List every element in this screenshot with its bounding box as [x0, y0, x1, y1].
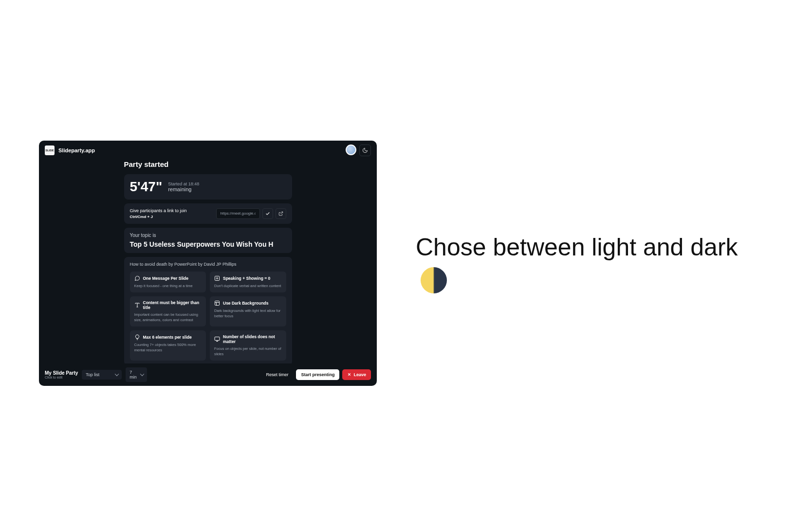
timer-started-at: Started at 18:48 — [168, 181, 199, 186]
type-icon — [134, 302, 140, 308]
tip-card: Max 6 elements per slideCounting 7+ obje… — [130, 330, 206, 361]
leave-label: Leave — [353, 372, 366, 377]
timer-remaining-label: remaining — [168, 186, 199, 192]
svg-rect-1 — [215, 276, 220, 280]
party-name-button[interactable]: My Slide Party Click to edit — [45, 370, 78, 379]
tip-title: One Message Per Slide — [143, 276, 189, 281]
tip-card: Speaking + Showing = 0Don't duplicate ve… — [210, 272, 286, 293]
tip-title: Max 6 elements per slide — [143, 335, 192, 340]
tip-card: One Message Per SlideKeep it focused - o… — [130, 272, 206, 293]
svg-rect-6 — [215, 301, 220, 306]
tip-description: Important content can be focused using s… — [134, 312, 202, 323]
tip-description: Keep it focused - one thing at a time — [134, 284, 202, 289]
keyboard-shortcut: Ctrl/Cmd + J — [130, 215, 187, 219]
invite-card: Give participants a link to join Ctrl/Cm… — [124, 203, 292, 224]
app-header: SLIDE Slideparty.app — [39, 141, 377, 160]
time-select[interactable]: 7 min — [126, 367, 147, 382]
tip-card: Number of slides does not matterFocus on… — [210, 330, 286, 361]
tip-title: Speaking + Showing = 0 — [223, 276, 270, 281]
svg-line-0 — [280, 212, 283, 214]
topic-title: Top 5 Useless Superpowers You Wish You H — [130, 240, 286, 248]
main-content: Party started 5'47" Started at 18:48 rem… — [39, 160, 377, 363]
leave-button[interactable]: Leave — [342, 369, 371, 380]
logo-group[interactable]: SLIDE Slideparty.app — [45, 145, 95, 155]
tip-card: Content must be bigger than titleImporta… — [130, 296, 206, 326]
start-presenting-button[interactable]: Start presenting — [296, 369, 339, 380]
tip-title: Use Dark Backgrounds — [223, 301, 269, 306]
tips-card: How to avoid death by PowerPoint by Davi… — [124, 257, 292, 363]
topic-label: Your topic is — [130, 233, 286, 238]
timer-value: 5'47" — [130, 179, 163, 195]
eq-icon — [214, 275, 220, 281]
caption-text: Chose between light and dark — [416, 234, 738, 261]
avatar[interactable] — [346, 145, 356, 155]
external-link-icon — [278, 211, 283, 216]
close-icon — [347, 372, 351, 377]
party-started-heading: Party started — [124, 160, 292, 168]
reset-timer-button[interactable]: Reset timer — [261, 369, 293, 380]
moon-icon — [362, 147, 368, 153]
layout-icon — [214, 300, 220, 306]
topic-card: Your topic is Top 5 Useless Superpowers … — [124, 228, 292, 253]
header-actions — [346, 145, 371, 156]
tip-title: Content must be bigger than title — [143, 300, 202, 310]
tip-description: Counting 7+ objects takes 500% more ment… — [134, 343, 202, 353]
tip-description: Don't duplicate verbal and written conte… — [214, 284, 282, 289]
bulb-icon — [134, 334, 140, 340]
tip-description: Dark backgrounds with light text allow f… — [214, 308, 282, 319]
svg-rect-9 — [215, 337, 220, 341]
time-select-value: 7 min — [129, 370, 137, 380]
chat-icon — [134, 275, 140, 281]
tip-card: Use Dark BackgroundsDark backgrounds wit… — [210, 296, 286, 326]
tip-title: Number of slides does not matter — [223, 334, 282, 344]
party-name: My Slide Party — [45, 370, 78, 376]
topic-select-value: Top list — [86, 372, 99, 377]
copy-button[interactable] — [262, 208, 273, 219]
app-window: SLIDE Slideparty.app Party started 5'47"… — [39, 141, 377, 386]
invite-url-input[interactable] — [216, 208, 260, 219]
invite-prompt: Give participants a link to join — [130, 208, 187, 213]
tips-heading: How to avoid death by PowerPoint by Davi… — [130, 262, 286, 267]
theme-toggle-button[interactable] — [359, 145, 371, 156]
half-moon-icon — [421, 267, 447, 293]
monitor-icon — [214, 336, 220, 342]
marketing-caption: Chose between light and dark — [416, 232, 773, 295]
check-icon — [265, 211, 270, 216]
tip-description: Focus on objects per slide, not number o… — [214, 346, 282, 357]
app-name: Slideparty.app — [58, 147, 95, 153]
party-name-hint: Click to edit — [45, 376, 78, 379]
timer-card: 5'47" Started at 18:48 remaining — [124, 174, 292, 200]
logo-icon: SLIDE — [45, 145, 55, 155]
open-link-button[interactable] — [276, 208, 286, 219]
topic-select[interactable]: Top list — [82, 370, 122, 380]
bottom-bar: My Slide Party Click to edit Top list 7 … — [39, 363, 377, 386]
